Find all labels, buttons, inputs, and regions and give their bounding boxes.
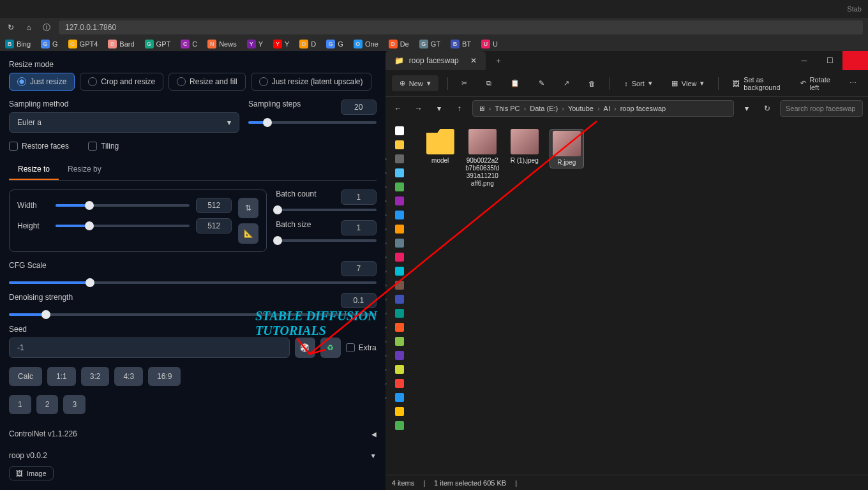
recent-button[interactable]: ▾: [431, 101, 447, 116]
ratio-button[interactable]: 4:3: [114, 367, 143, 386]
batch-size-slider[interactable]: [276, 239, 377, 242]
new-tab-button[interactable]: ＋: [495, 56, 502, 66]
cfg-value[interactable]: 7: [341, 261, 377, 276]
bookmark-item[interactable]: YY: [273, 40, 289, 48]
width-value[interactable]: 512: [196, 198, 232, 213]
bookmark-item[interactable]: UU: [481, 40, 498, 48]
sort-button[interactable]: ↕ Sort ▾: [619, 77, 657, 90]
extra-checkbox[interactable]: Extra: [346, 343, 377, 352]
path-dropdown-icon[interactable]: ▾: [739, 101, 754, 116]
sampling-steps-slider[interactable]: [248, 121, 377, 124]
height-value[interactable]: 512: [196, 218, 232, 234]
forward-button[interactable]: →: [411, 101, 426, 116]
bookmark-item[interactable]: GG: [41, 40, 58, 48]
back-button[interactable]: ←: [391, 101, 406, 116]
sidebar-item[interactable]: [390, 406, 409, 417]
restore-faces-checkbox[interactable]: Restore faces: [9, 142, 69, 151]
breadcrumb-segment[interactable]: Data (E:): [530, 105, 558, 112]
resize-mode-option[interactable]: Resize and fill: [168, 73, 246, 91]
sidebar-item[interactable]: ›: [390, 364, 409, 375]
refresh-button[interactable]: ↻: [760, 101, 775, 116]
refresh-icon[interactable]: ↻: [5, 22, 17, 33]
width-slider[interactable]: [56, 204, 190, 207]
bookmark-item[interactable]: OOne: [354, 40, 378, 48]
swap-dimensions-button[interactable]: ⇅: [238, 198, 258, 218]
sampling-method-dropdown[interactable]: Euler a ▾: [9, 112, 239, 133]
bookmark-item[interactable]: GGPT4: [68, 40, 98, 48]
explorer-tab[interactable]: 📁 roop faceswap ✕: [385, 51, 486, 70]
sidebar-item[interactable]: ›: [390, 279, 409, 291]
rotate-button[interactable]: ↶ Rotate left: [795, 73, 835, 94]
resize-mode-option[interactable]: Just resize: [9, 73, 75, 91]
batch-count-value[interactable]: 1: [341, 189, 377, 205]
sidebar-item[interactable]: ›: [390, 293, 409, 305]
sidebar-item[interactable]: ›: [390, 237, 409, 249]
ratio-button[interactable]: 1:1: [47, 367, 76, 386]
bookmark-item[interactable]: BBing: [5, 40, 31, 48]
roop-accordion[interactable]: roop v0.0.2 ▼: [9, 445, 377, 466]
breadcrumb-segment[interactable]: This PC: [495, 105, 520, 112]
preset-button[interactable]: 2: [36, 395, 59, 414]
search-input[interactable]: Search roop faceswap: [780, 100, 863, 117]
cfg-slider[interactable]: [9, 281, 377, 284]
denoise-value[interactable]: 0.1: [341, 293, 377, 308]
sidebar-item[interactable]: ›: [390, 195, 409, 207]
new-button[interactable]: ⊕ New ▾: [392, 75, 438, 91]
batch-count-slider[interactable]: [276, 209, 377, 211]
bookmark-item[interactable]: NNews: [207, 40, 237, 48]
ratio-button[interactable]: 3:2: [81, 367, 110, 386]
address-bar[interactable]: 127.0.0.1:7860: [59, 20, 863, 34]
up-button[interactable]: ↑: [452, 101, 467, 116]
dice-button[interactable]: 🎲: [295, 338, 315, 358]
info-icon[interactable]: ⓘ: [41, 22, 52, 33]
tiling-checkbox[interactable]: Tiling: [88, 142, 119, 151]
sidebar-item[interactable]: [390, 420, 409, 431]
breadcrumb-segment[interactable]: roop faceswap: [620, 105, 666, 112]
home-icon[interactable]: ⌂: [23, 22, 34, 33]
resize-mode-option[interactable]: Crop and resize: [80, 73, 163, 91]
more-button[interactable]: ⋯: [844, 77, 862, 90]
sidebar-item[interactable]: ›: [390, 322, 409, 333]
recycle-button[interactable]: ♻: [320, 338, 341, 358]
image-tab[interactable]: 🖼 Image: [9, 466, 54, 480]
sidebar-item[interactable]: ›: [390, 350, 409, 361]
bookmark-item[interactable]: BBT: [451, 40, 471, 48]
height-slider[interactable]: [56, 225, 190, 227]
sidebar-item[interactable]: ›: [390, 336, 409, 347]
ratio-button[interactable]: 16:9: [148, 367, 181, 386]
sidebar-item[interactable]: ›: [390, 251, 409, 263]
sampling-steps-value[interactable]: 20: [341, 100, 377, 115]
breadcrumb[interactable]: 🖥 › This PC›Data (E:)›Youtube›AI›roop fa…: [472, 100, 734, 117]
aspect-button[interactable]: 📐: [238, 223, 258, 244]
bookmark-item[interactable]: YY: [247, 40, 263, 48]
rename-icon[interactable]: ✎: [534, 77, 550, 90]
sidebar-item[interactable]: ›: [390, 153, 409, 165]
controlnet-accordion[interactable]: ControlNet v1.1.226 ◀: [9, 423, 377, 445]
preset-button[interactable]: 1: [9, 395, 31, 414]
resize-mode-option[interactable]: Just resize (latent upscale): [251, 73, 371, 91]
tab-close-icon[interactable]: ✕: [470, 56, 477, 65]
sidebar-item[interactable]: ›: [390, 223, 409, 235]
image-item[interactable]: 90b0022a2b7b60635fd391a11210aff6.png: [465, 129, 500, 188]
calc-button[interactable]: Calc: [9, 367, 42, 386]
bookmark-item[interactable]: GGPT: [145, 40, 171, 48]
denoise-slider[interactable]: [9, 313, 377, 316]
folder-item[interactable]: model: [423, 129, 458, 165]
tab-resize-by[interactable]: Resize by: [59, 160, 110, 180]
sidebar-item[interactable]: ›: [390, 308, 409, 319]
sidebar-item[interactable]: ›: [390, 209, 409, 221]
seed-input[interactable]: [9, 338, 290, 358]
bookmark-item[interactable]: CC: [181, 40, 197, 48]
sidebar-item[interactable]: ›: [390, 181, 409, 193]
maximize-button[interactable]: ☐: [817, 51, 842, 70]
paste-icon[interactable]: 📋: [505, 77, 525, 90]
copy-icon[interactable]: ⧉: [481, 77, 497, 90]
sidebar-item[interactable]: ›: [390, 265, 409, 277]
share-icon[interactable]: ↗: [558, 77, 574, 90]
sidebar-item[interactable]: [390, 139, 409, 151]
explorer-content[interactable]: model90b0022a2b7b60635fd391a11210aff6.pn…: [414, 120, 868, 475]
bookmark-item[interactable]: DDe: [389, 40, 409, 48]
delete-icon[interactable]: 🗑: [583, 77, 601, 90]
bookmark-item[interactable]: DD: [299, 40, 316, 48]
close-window-button[interactable]: [842, 51, 868, 70]
